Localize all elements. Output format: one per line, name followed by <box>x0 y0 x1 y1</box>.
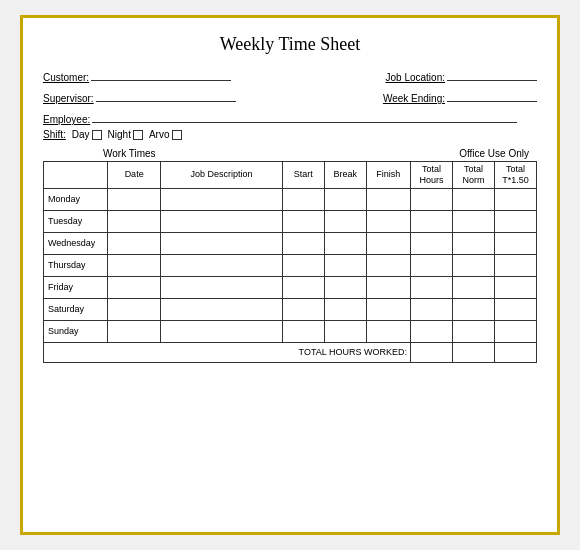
data-cell[interactable] <box>161 188 283 210</box>
shift-row: Shift: Day Night Arvo <box>43 129 537 140</box>
job-location-row: Job Location: <box>386 69 538 83</box>
data-cell[interactable] <box>410 298 452 320</box>
data-cell[interactable] <box>324 276 366 298</box>
shift-day: Day <box>72 129 102 140</box>
employee-row: Employee: <box>43 111 537 125</box>
data-cell[interactable] <box>324 298 366 320</box>
col-header-total-norm: TotalNorm <box>452 162 494 189</box>
customer-label: Customer: <box>43 72 89 83</box>
day-cell: Monday <box>44 188 108 210</box>
data-cell[interactable] <box>324 210 366 232</box>
shift-day-checkbox[interactable] <box>92 130 102 140</box>
form-top-row: Customer: Job Location: <box>43 69 537 87</box>
data-cell[interactable] <box>282 232 324 254</box>
data-cell[interactable] <box>161 320 283 342</box>
page-title: Weekly Time Sheet <box>43 34 537 55</box>
job-location-input[interactable] <box>447 69 537 81</box>
section-headers: Work Times Office Use Only <box>43 148 537 159</box>
data-cell[interactable] <box>452 210 494 232</box>
shift-arvo: Arvo <box>149 129 182 140</box>
data-cell[interactable] <box>410 188 452 210</box>
total-value-cell[interactable] <box>452 342 494 362</box>
data-cell[interactable] <box>494 188 536 210</box>
supervisor-row: Supervisor: <box>43 90 256 104</box>
customer-input[interactable] <box>91 69 231 81</box>
data-cell[interactable] <box>282 254 324 276</box>
data-cell[interactable] <box>494 298 536 320</box>
data-cell[interactable] <box>161 232 283 254</box>
data-cell[interactable] <box>366 276 410 298</box>
data-cell[interactable] <box>366 210 410 232</box>
data-cell[interactable] <box>161 276 283 298</box>
data-cell[interactable] <box>494 276 536 298</box>
data-cell[interactable] <box>366 298 410 320</box>
shift-label: Shift: <box>43 129 66 140</box>
data-cell[interactable] <box>282 320 324 342</box>
table-row: Monday <box>44 188 537 210</box>
data-cell[interactable] <box>452 276 494 298</box>
table-row: Sunday <box>44 320 537 342</box>
data-cell[interactable] <box>161 298 283 320</box>
data-cell[interactable] <box>452 320 494 342</box>
data-cell[interactable] <box>494 320 536 342</box>
supervisor-input[interactable] <box>96 90 236 102</box>
data-cell[interactable] <box>452 254 494 276</box>
data-cell[interactable] <box>324 188 366 210</box>
data-cell[interactable] <box>410 210 452 232</box>
data-cell[interactable] <box>366 232 410 254</box>
day-cell: Wednesday <box>44 232 108 254</box>
data-cell[interactable] <box>324 232 366 254</box>
data-cell[interactable] <box>161 254 283 276</box>
data-cell[interactable] <box>324 320 366 342</box>
data-cell[interactable] <box>282 210 324 232</box>
data-cell[interactable] <box>494 232 536 254</box>
day-cell: Friday <box>44 276 108 298</box>
form-mid-row: Supervisor: Week Ending: <box>43 90 537 108</box>
col-header-total-hours: TotalHours <box>410 162 452 189</box>
data-cell[interactable] <box>410 320 452 342</box>
week-ending-label: Week Ending: <box>383 93 445 104</box>
data-cell[interactable] <box>282 276 324 298</box>
data-cell[interactable] <box>282 188 324 210</box>
data-cell[interactable] <box>108 188 161 210</box>
data-cell[interactable] <box>410 276 452 298</box>
data-cell[interactable] <box>324 254 366 276</box>
total-value-cell[interactable] <box>410 342 452 362</box>
data-cell[interactable] <box>366 254 410 276</box>
week-ending-row: Week Ending: <box>383 90 537 108</box>
data-cell[interactable] <box>452 188 494 210</box>
data-cell[interactable] <box>108 210 161 232</box>
col-header-break: Break <box>324 162 366 189</box>
employee-label: Employee: <box>43 114 90 125</box>
total-value-cell[interactable] <box>494 342 536 362</box>
data-cell[interactable] <box>494 254 536 276</box>
data-cell[interactable] <box>452 298 494 320</box>
data-cell[interactable] <box>108 276 161 298</box>
data-cell[interactable] <box>452 232 494 254</box>
data-cell[interactable] <box>108 298 161 320</box>
data-cell[interactable] <box>108 254 161 276</box>
col-header-desc: Job Description <box>161 162 283 189</box>
shift-arvo-checkbox[interactable] <box>172 130 182 140</box>
week-ending-input[interactable] <box>447 90 537 102</box>
form-section: Customer: Job Location: Supervisor: Week… <box>43 69 537 140</box>
shift-night-label: Night <box>108 129 131 140</box>
total-row: TOTAL HOURS WORKED: <box>44 342 537 362</box>
timesheet-table: Date Job Description Start Break Finish … <box>43 161 537 363</box>
table-row: Friday <box>44 276 537 298</box>
shift-night-checkbox[interactable] <box>133 130 143 140</box>
job-location-label: Job Location: <box>386 72 446 83</box>
data-cell[interactable] <box>108 232 161 254</box>
data-cell[interactable] <box>366 320 410 342</box>
data-cell[interactable] <box>108 320 161 342</box>
data-cell[interactable] <box>366 188 410 210</box>
data-cell[interactable] <box>494 210 536 232</box>
data-cell[interactable] <box>410 254 452 276</box>
data-cell[interactable] <box>161 210 283 232</box>
day-cell: Sunday <box>44 320 108 342</box>
employee-input[interactable] <box>92 111 517 123</box>
data-cell[interactable] <box>410 232 452 254</box>
col-header-day <box>44 162 108 189</box>
shift-day-label: Day <box>72 129 90 140</box>
data-cell[interactable] <box>282 298 324 320</box>
